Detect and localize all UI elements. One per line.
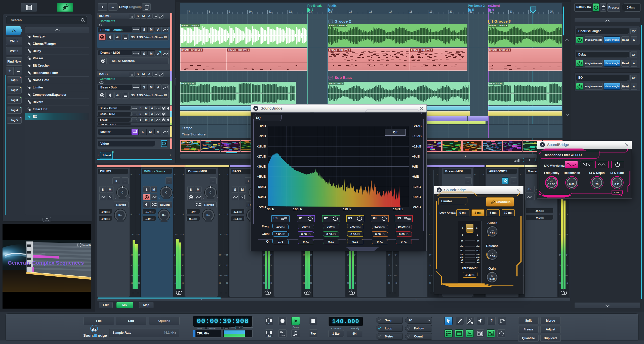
svg-text:0%: 0% — [207, 213, 210, 217]
svg-text:C: C — [210, 191, 212, 194]
svg-text:-56: -56 — [460, 259, 463, 261]
svg-text:8: 8 — [219, 213, 220, 215]
svg-text:-32: -32 — [476, 249, 479, 252]
svg-text:25: 25 — [550, 10, 553, 13]
svg-text:0.00: 0.00 — [569, 183, 574, 186]
svg-text:-32: -32 — [460, 249, 463, 252]
svg-text:9: 9 — [229, 10, 230, 13]
svg-text:12: 12 — [289, 10, 292, 13]
svg-text:ms: ms — [491, 229, 494, 231]
svg-text:8: 8 — [131, 173, 132, 175]
svg-text:8: 8 — [437, 173, 438, 175]
svg-text:8: 8 — [429, 213, 430, 215]
svg-text:-16: -16 — [476, 239, 479, 242]
svg-text:-24: -24 — [460, 245, 463, 248]
svg-text:-80: -80 — [460, 261, 463, 264]
svg-text:8: 8 — [474, 173, 475, 175]
svg-text:11: 11 — [269, 10, 272, 13]
svg-text:Hz: Hz — [596, 180, 598, 182]
svg-text:Generate Complex Sequences: Generate Complex Sequences — [8, 260, 84, 266]
svg-text:0.01: 0.01 — [490, 232, 495, 235]
svg-text:-40: -40 — [476, 253, 479, 256]
svg-text:-8: -8 — [461, 234, 463, 236]
svg-text:-80: -80 — [476, 261, 479, 264]
svg-text:19.90: 19.90 — [548, 183, 555, 186]
svg-text:17: 17 — [389, 10, 392, 13]
svg-text:20: 20 — [595, 183, 598, 186]
svg-text:10: 10 — [249, 10, 252, 13]
svg-text:-24: -24 — [476, 245, 479, 248]
svg-text:#♭: #♭ — [116, 93, 119, 97]
svg-text:0: 0 — [476, 227, 477, 229]
svg-text:-40: -40 — [460, 253, 463, 256]
svg-text:0.30: 0.30 — [490, 255, 495, 258]
svg-text:8: 8 — [219, 173, 220, 175]
svg-text:C: C — [165, 191, 167, 194]
svg-text:0%: 0% — [118, 213, 122, 217]
svg-text:8: 8 — [227, 213, 228, 215]
svg-text:8: 8 — [559, 213, 560, 215]
svg-text:8: 8 — [183, 173, 184, 175]
svg-text:-48: -48 — [460, 256, 463, 259]
svg-text:0: 0 — [462, 227, 463, 229]
svg-text:8: 8 — [209, 10, 210, 13]
svg-text:Hz: Hz — [616, 180, 619, 182]
svg-text:16: 16 — [369, 10, 372, 13]
svg-text:18: 18 — [409, 10, 412, 13]
svg-text:dB: dB — [491, 275, 493, 277]
svg-text:8: 8 — [131, 213, 132, 215]
svg-text:8: 8 — [567, 213, 568, 215]
svg-text:23: 23 — [510, 10, 513, 13]
svg-text:x: x — [481, 318, 482, 321]
svg-text:8: 8 — [139, 173, 140, 175]
svg-text:8: 8 — [483, 173, 484, 175]
svg-text:8: 8 — [139, 213, 140, 215]
svg-text:19: 19 — [429, 10, 432, 13]
svg-text:8: 8 — [520, 173, 521, 175]
svg-text:0.00: 0.00 — [490, 277, 495, 280]
svg-text:8: 8 — [227, 173, 228, 175]
svg-text:7: 7 — [189, 10, 190, 13]
svg-text:8: 8 — [429, 173, 430, 175]
svg-text:-8: -8 — [476, 234, 478, 236]
svg-text:15: 15 — [349, 10, 352, 13]
svg-text:8: 8 — [174, 173, 175, 175]
svg-text:8: 8 — [183, 213, 184, 215]
svg-text:20: 20 — [450, 10, 453, 13]
svg-text:-56: -56 — [476, 259, 479, 261]
svg-text:SoundBridge: SoundBridge — [82, 244, 91, 247]
svg-text:8: 8 — [174, 213, 175, 215]
svg-text:C: C — [122, 191, 124, 194]
svg-text:#♭: #♭ — [116, 35, 119, 39]
svg-text:kHz: kHz — [550, 180, 554, 182]
svg-text:0%: 0% — [162, 213, 166, 217]
svg-text:-16: -16 — [460, 239, 463, 242]
svg-text:s: s — [492, 252, 493, 255]
svg-text:0.11: 0.11 — [615, 183, 620, 186]
svg-text:-48: -48 — [476, 256, 479, 259]
svg-text:SoundBridge: SoundBridge — [181, 141, 193, 143]
